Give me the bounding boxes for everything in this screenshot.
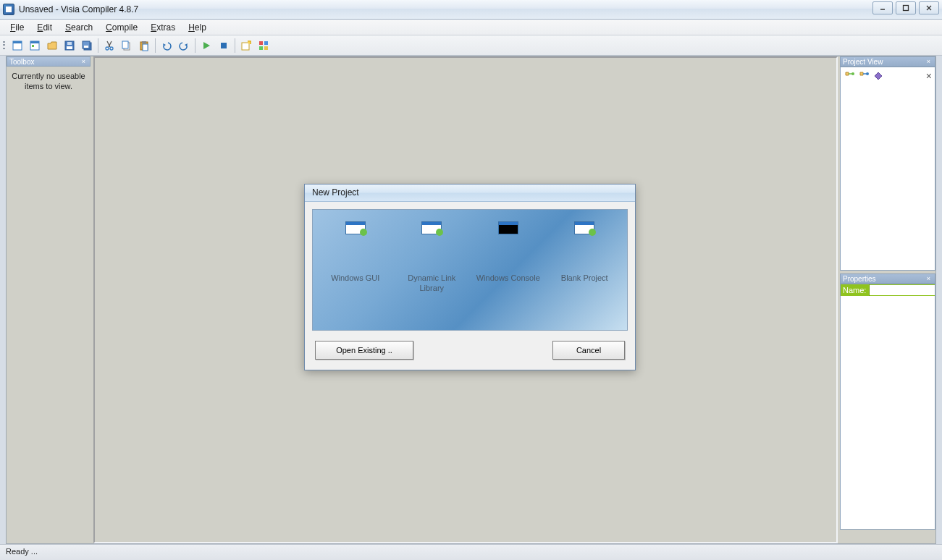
svg-point-18 (110, 47, 113, 50)
menu-label: xtras (156, 22, 175, 33)
menu-label: ompile (112, 22, 138, 33)
pv-tree-icon[interactable] (844, 70, 855, 82)
save-icon[interactable] (62, 38, 77, 54)
project-view-body: × (840, 67, 935, 271)
project-view-close-icon[interactable]: × (925, 58, 933, 66)
template-console[interactable]: Windows Console (474, 221, 542, 318)
svg-rect-10 (67, 46, 72, 49)
redo-icon[interactable] (176, 38, 192, 54)
blank-icon (574, 221, 594, 234)
undo-icon[interactable] (159, 38, 174, 54)
project-view-toolbar (842, 69, 933, 83)
properties-panel: Properties × Name: (840, 273, 935, 530)
svg-rect-20 (122, 41, 128, 48)
dll-icon (421, 221, 442, 234)
titlebar: Unsaved - Visia Compiler 4.8.7 (0, 0, 942, 20)
cut-icon[interactable] (101, 38, 117, 54)
windows-gui-icon (345, 221, 366, 234)
add-module-icon[interactable] (238, 38, 254, 54)
menu-label: earch (71, 22, 93, 33)
minimize-button[interactable] (872, 1, 893, 14)
run-icon[interactable] (198, 38, 214, 54)
svg-rect-24 (221, 43, 227, 48)
properties-title: Properties (843, 275, 876, 283)
svg-rect-27 (259, 41, 263, 45)
open-icon[interactable] (44, 38, 60, 54)
maximize-button[interactable] (896, 1, 916, 14)
menu-label: elp (195, 22, 206, 33)
template-label: Windows Console (474, 273, 542, 284)
template-label: Dynamic Link Library (398, 273, 466, 294)
template-label: Blank Project (551, 273, 619, 284)
properties-body: Name: (840, 284, 935, 530)
template-label: Windows GUI (321, 273, 390, 284)
paste-icon[interactable] (136, 38, 152, 54)
new-project-dialog: New Project Windows GUI Dynamic Link Lib… (304, 184, 636, 370)
statusbar: Ready ... (0, 544, 942, 560)
project-templates: Windows GUI Dynamic Link Library Windows… (312, 209, 628, 331)
menu-search[interactable]: Search (59, 21, 98, 34)
menu-label: ile (15, 22, 24, 33)
menu-help[interactable]: Help (182, 21, 212, 34)
project-view-header[interactable]: Project View × (840, 56, 935, 67)
property-row: Name: (841, 284, 935, 296)
toolbox-close-icon[interactable]: × (80, 58, 88, 66)
svg-rect-28 (264, 41, 268, 45)
pv-tree2-icon[interactable] (858, 70, 870, 82)
console-icon (498, 221, 518, 234)
properties-close-icon[interactable]: × (925, 275, 933, 283)
pv-diamond-icon[interactable] (872, 70, 884, 82)
toolbar (0, 35, 942, 56)
stop-icon[interactable] (216, 38, 232, 54)
template-blank[interactable]: Blank Project (551, 221, 619, 318)
toolbar-grip[interactable] (3, 38, 7, 53)
new-file-icon[interactable] (9, 38, 25, 54)
svg-rect-14 (84, 46, 88, 48)
menu-file[interactable]: File (4, 21, 30, 34)
svg-point-26 (248, 41, 251, 43)
menu-label: dit (43, 22, 52, 33)
status-text: Ready ... (6, 547, 38, 556)
svg-rect-11 (67, 42, 72, 45)
app-icon (3, 4, 14, 15)
svg-point-17 (106, 47, 109, 50)
svg-rect-22 (142, 41, 146, 43)
svg-rect-8 (32, 45, 34, 47)
template-windows-gui[interactable]: Windows GUI (321, 221, 390, 318)
copy-icon[interactable] (119, 38, 135, 54)
svg-rect-25 (242, 43, 249, 50)
property-name: Name: (841, 284, 870, 296)
properties-header[interactable]: Properties × (840, 273, 935, 284)
toolbox-title: Toolbox (9, 58, 34, 66)
cancel-button[interactable]: Cancel (552, 341, 625, 360)
property-value[interactable] (870, 284, 935, 296)
svg-point-31 (851, 72, 854, 75)
close-button[interactable] (919, 1, 939, 14)
svg-rect-30 (264, 46, 268, 50)
menu-compile[interactable]: Compile (100, 21, 143, 34)
menu-edit[interactable]: Edit (31, 21, 58, 34)
svg-rect-7 (30, 41, 39, 43)
template-dll[interactable]: Dynamic Link Library (398, 221, 466, 318)
window-controls (872, 1, 939, 14)
svg-rect-29 (259, 46, 263, 50)
svg-point-32 (866, 72, 869, 75)
dialog-title[interactable]: New Project (305, 184, 635, 202)
project-view-panel: Project View × × (840, 56, 935, 271)
pv-body-close-icon[interactable]: × (926, 70, 932, 82)
svg-rect-23 (143, 44, 148, 51)
menubar: File Edit Search Compile Extras Help (0, 20, 942, 35)
svg-rect-1 (904, 6, 909, 11)
toolbox-header[interactable]: Toolbox × (7, 56, 91, 67)
toolbox-panel: Toolbox × Currently no useable items to … (7, 56, 91, 101)
svg-rect-5 (13, 41, 22, 43)
open-existing-button[interactable]: Open Existing .. (315, 341, 413, 360)
new-form-icon[interactable] (27, 38, 43, 54)
window-title: Unsaved - Visia Compiler 4.8.7 (19, 4, 138, 14)
project-view-title: Project View (843, 58, 883, 66)
toolbox-message: Currently no useable items to view. (7, 67, 91, 96)
save-all-icon[interactable] (79, 38, 95, 54)
menu-extras[interactable]: Extras (145, 21, 181, 34)
palette-icon[interactable] (256, 38, 272, 54)
